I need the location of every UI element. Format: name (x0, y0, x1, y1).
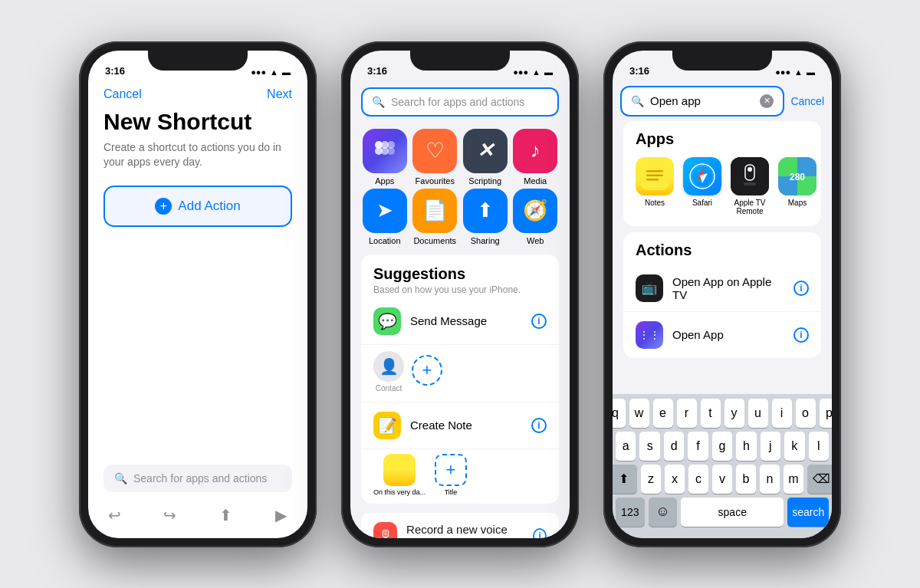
next-button-1[interactable]: Next (267, 87, 292, 101)
search-bar-bottom-1[interactable]: 🔍 Search for apps and actions (104, 465, 292, 492)
key-i[interactable]: i (772, 399, 792, 428)
key-n[interactable]: n (760, 465, 780, 494)
search-bar-top-2[interactable]: 🔍 Search for apps and actions (361, 87, 559, 117)
app-safari[interactable]: Safari (683, 157, 721, 215)
category-apps[interactable]: Apps (361, 129, 409, 186)
key-k[interactable]: k (784, 432, 804, 461)
notes-app-icon (636, 157, 674, 195)
send-message-info[interactable]: i (531, 314, 547, 329)
numbers-key[interactable]: 123 (616, 498, 645, 527)
key-q[interactable]: q (613, 399, 626, 428)
key-u[interactable]: u (748, 399, 768, 428)
key-c[interactable]: c (688, 465, 708, 494)
action-app-info[interactable]: i (794, 327, 809, 343)
play-icon[interactable]: ▶ (271, 504, 292, 526)
notes-date-icon (383, 454, 416, 486)
action-open-app[interactable]: ⋮⋮ Open App i (623, 312, 821, 358)
delete-key[interactable]: ⌫ (807, 465, 832, 494)
key-m[interactable]: m (784, 465, 803, 494)
create-note-info[interactable]: i (531, 418, 547, 433)
battery-icon: ▬ (282, 67, 291, 77)
key-h[interactable]: h (736, 432, 756, 461)
create-note-icon: 📝 (373, 412, 401, 439)
notes-title-add[interactable]: + (435, 454, 467, 486)
action-tv-info[interactable]: i (794, 281, 809, 296)
search-bar-active[interactable]: 🔍 Open app ✕ (620, 86, 784, 117)
key-r[interactable]: r (677, 399, 697, 428)
category-documents[interactable]: 📄 Documents (412, 189, 459, 245)
create-note-label: Create Note (410, 419, 522, 432)
contact-add-btn[interactable]: + (412, 355, 442, 386)
add-action-button[interactable]: + Add Action (104, 186, 292, 227)
category-location[interactable]: ➤ Location (361, 189, 409, 245)
actions-results-section: Actions 📺 Open App on Apple TV i ⋮⋮ Open… (623, 232, 821, 358)
key-row-3: ⬆ z x c v b n m ⌫ (616, 465, 829, 494)
add-action-label: Add Action (178, 199, 240, 214)
search-input-text[interactable]: Open app (650, 94, 754, 107)
key-g[interactable]: g (712, 432, 732, 461)
appletv-app-label: Apple TV Remote (731, 199, 769, 215)
battery-icon-3: ▬ (807, 67, 815, 77)
key-y[interactable]: y (724, 399, 744, 428)
categories-grid: Apps ♡ Favourites ✕ Scripting ♪ Media (350, 123, 570, 255)
key-l[interactable]: l (809, 432, 829, 461)
phone-2-screen: 3:16 ●●● ▲ ▬ 🔍 Search for apps and actio… (350, 51, 570, 538)
category-sharing-label: Sharing (471, 236, 500, 245)
key-s[interactable]: s (639, 432, 659, 461)
key-x[interactable]: x (665, 465, 685, 494)
share-icon[interactable]: ⬆ (215, 504, 236, 526)
actions-section-title: Actions (623, 232, 821, 265)
category-sharing[interactable]: ⬆ Sharing (462, 189, 509, 245)
shift-key[interactable]: ⬆ (613, 465, 637, 494)
key-p[interactable]: p (820, 399, 833, 428)
suggestion-send-message[interactable]: 💬 Send Message i (361, 298, 559, 345)
category-media[interactable]: ♪ Media (512, 129, 560, 186)
cancel-button-3[interactable]: Cancel (790, 95, 824, 107)
search-icon-3: 🔍 (631, 95, 644, 107)
key-j[interactable]: j (761, 432, 780, 461)
forward-icon[interactable]: ↪ (159, 504, 181, 526)
action-tv-label: Open App on Apple TV (672, 275, 784, 301)
space-key[interactable]: space (681, 498, 784, 527)
cancel-button-1[interactable]: Cancel (104, 87, 142, 101)
voice-memo-info[interactable]: i (533, 528, 547, 538)
search-clear-btn[interactable]: ✕ (760, 94, 774, 108)
status-time-1: 3:16 (105, 65, 125, 77)
search-key[interactable]: search (787, 498, 829, 527)
action-open-app-tv[interactable]: 📺 Open App on Apple TV i (623, 265, 821, 312)
suggestion-create-note[interactable]: 📝 Create Note i (361, 402, 559, 449)
svg-rect-8 (646, 174, 663, 176)
key-a[interactable]: a (616, 432, 636, 461)
category-favourites[interactable]: ♡ Favourites (412, 129, 459, 186)
suggestions-header: Suggestions Based on how you use your iP… (361, 255, 559, 298)
voice-memo-label: Record a new voice memo (406, 523, 524, 538)
key-z[interactable]: z (641, 465, 661, 494)
phone-2: 3:16 ●●● ▲ ▬ 🔍 Search for apps and actio… (341, 41, 579, 547)
key-d[interactable]: d (664, 432, 684, 461)
action-tv-icon: 📺 (636, 274, 663, 302)
key-w[interactable]: w (629, 399, 649, 428)
category-web[interactable]: 🧭 Web (512, 189, 560, 245)
emoji-key[interactable]: ☺ (649, 498, 678, 527)
safari-app-icon (683, 157, 721, 195)
voice-memo-row[interactable]: 🎙 Record a new voice memo i (361, 513, 559, 538)
category-scripting[interactable]: ✕ Scripting (462, 129, 509, 186)
key-b[interactable]: b (736, 465, 756, 494)
search-placeholder-1: Search for apps and actions (133, 472, 267, 485)
app-maps[interactable]: 280 Maps (778, 157, 816, 215)
phone-1-screen: 3:16 ●●● ▲ ▬ Cancel Next New Shortcut Cr… (88, 51, 307, 538)
key-o[interactable]: o (796, 399, 816, 428)
back-icon[interactable]: ↩ (104, 504, 125, 526)
app-appletv[interactable]: Apple TV Remote (731, 157, 769, 215)
app-icons-row: Notes Safari Apple TV Remote (623, 154, 821, 226)
key-f[interactable]: f (688, 432, 708, 461)
signal-icon: ●●● (251, 67, 266, 77)
key-e[interactable]: e (653, 399, 673, 428)
suggestions-title: Suggestions (373, 265, 547, 283)
keyboard: q w e r t y u i o p a s d f g h j k (613, 394, 832, 538)
app-notes[interactable]: Notes (636, 157, 674, 215)
send-message-label: Send Message (410, 314, 522, 327)
category-location-label: Location (369, 236, 401, 245)
key-t[interactable]: t (701, 399, 721, 428)
key-v[interactable]: v (712, 465, 732, 494)
